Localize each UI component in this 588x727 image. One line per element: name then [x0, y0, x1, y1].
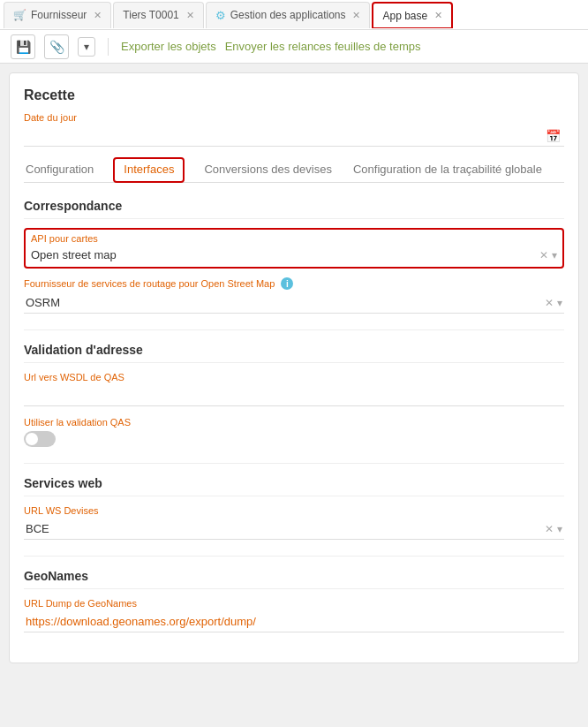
tab-conversions[interactable]: Conversions des devises	[202, 157, 334, 183]
url-ws-clear[interactable]: ✕	[545, 523, 554, 535]
tab-tiers-label: Tiers T0001	[123, 9, 178, 21]
correspondance-title: Correspondance	[24, 199, 564, 219]
toggle-qas-switch	[24, 431, 564, 447]
url-qas-wrapper	[24, 385, 564, 406]
tab-tracabilite[interactable]: Configuration de la traçabilité globale	[351, 157, 544, 183]
divider-1	[24, 329, 564, 330]
geonames-dump-wrapper: https://download.geonames.org/export/dum…	[24, 611, 564, 632]
tab-tiers[interactable]: Tiers T0001 ✕	[113, 2, 203, 28]
services-web-section: Services web URL WS Devises BCE ✕ ▾	[24, 476, 564, 540]
date-label: Date du jour	[24, 112, 564, 123]
gear-icon: ⚙	[215, 9, 226, 22]
geonames-title: GeoNames	[24, 569, 564, 589]
save-icon: 💾	[16, 40, 31, 54]
toggle-qas-field: Utiliser la validation QAS	[24, 417, 564, 447]
api-cartes-clear[interactable]: ✕	[539, 249, 548, 261]
tab-gestion-label: Gestion des applications	[230, 9, 346, 21]
url-ws-value: BCE	[26, 522, 545, 535]
nav-tabs: Configuration Interfaces Conversions des…	[24, 157, 564, 183]
routing-wrapper: OSRM ✕ ▾	[24, 292, 564, 314]
recette-title: Recette	[24, 87, 564, 103]
tab-gestion[interactable]: ⚙ Gestion des applications ✕	[206, 2, 371, 28]
routing-caret[interactable]: ▾	[557, 297, 562, 309]
url-ws-actions: ✕ ▾	[545, 523, 562, 535]
tab-interfaces[interactable]: Interfaces	[113, 157, 185, 183]
geonames-dump-label: URL Dump de GeoNames	[24, 598, 564, 609]
validation-title: Validation d'adresse	[24, 343, 564, 363]
tab-fournisseur-label: Fournisseur	[31, 9, 87, 21]
geonames-dump-link[interactable]: https://download.geonames.org/export/dum…	[26, 615, 256, 628]
tab-interfaces-label: Interfaces	[124, 163, 174, 176]
tab-conversions-label: Conversions des devises	[204, 163, 332, 176]
tab-fournisseur-close[interactable]: ✕	[94, 10, 102, 21]
toolbar: 💾 📎 ▾ Exporter les objets Envoyer les re…	[0, 30, 588, 64]
date-field: Date du jour 📅	[24, 112, 564, 147]
tab-gestion-close[interactable]: ✕	[352, 10, 360, 21]
routing-value: OSRM	[26, 296, 545, 309]
toolbar-separator	[108, 38, 109, 56]
routing-clear[interactable]: ✕	[545, 297, 554, 309]
toggle-qas-control[interactable]	[24, 431, 56, 447]
tab-configuration-label: Configuration	[26, 163, 94, 176]
tab-appbase[interactable]: App base ✕	[372, 2, 453, 28]
api-cartes-caret[interactable]: ▾	[552, 249, 557, 261]
toggle-qas-label: Utiliser la validation QAS	[24, 417, 564, 428]
send-relances-link[interactable]: Envoyer les relances feuilles de temps	[225, 40, 421, 53]
tab-tiers-close[interactable]: ✕	[186, 10, 194, 21]
api-cartes-field: API pour cartes Open street map ✕ ▾	[24, 228, 564, 269]
url-ws-wrapper: BCE ✕ ▾	[24, 519, 564, 540]
url-qas-input[interactable]	[26, 389, 562, 402]
save-button[interactable]: 💾	[11, 34, 35, 59]
routing-label-text: Fournisseur de services de routage pour …	[24, 278, 275, 289]
services-web-title: Services web	[24, 476, 564, 496]
routing-actions: ✕ ▾	[545, 297, 562, 309]
tab-configuration[interactable]: Configuration	[24, 157, 95, 183]
geonames-section: GeoNames URL Dump de GeoNames https://do…	[24, 569, 564, 632]
api-cartes-label: API pour cartes	[31, 233, 557, 244]
date-input-wrapper: 📅	[24, 125, 564, 147]
divider-3	[24, 556, 564, 557]
divider-2	[24, 463, 564, 464]
routing-label: Fournisseur de services de routage pour …	[24, 277, 564, 290]
attach-icon: 📎	[49, 40, 64, 54]
routing-field: Fournisseur de services de routage pour …	[24, 277, 564, 314]
url-ws-field: URL WS Devises BCE ✕ ▾	[24, 505, 564, 540]
url-qas-field: Url vers WSDL de QAS	[24, 372, 564, 406]
tab-bar: 🛒 Fournisseur ✕ Tiers T0001 ✕ ⚙ Gestion …	[0, 0, 588, 30]
api-cartes-wrapper: Open street map ✕ ▾	[31, 246, 557, 263]
tab-appbase-close[interactable]: ✕	[434, 10, 442, 21]
date-input[interactable]	[26, 129, 562, 142]
url-qas-label: Url vers WSDL de QAS	[24, 372, 564, 382]
tab-fournisseur[interactable]: 🛒 Fournisseur ✕	[4, 2, 111, 28]
dropdown-button[interactable]: ▾	[78, 37, 95, 57]
correspondance-section: Correspondance API pour cartes Open stre…	[24, 199, 564, 314]
api-cartes-value: Open street map	[31, 248, 539, 261]
api-cartes-actions: ✕ ▾	[539, 249, 557, 261]
attach-button[interactable]: 📎	[44, 34, 69, 59]
url-ws-label: URL WS Devises	[24, 505, 564, 516]
validation-section: Validation d'adresse Url vers WSDL de QA…	[24, 343, 564, 447]
export-link[interactable]: Exporter les objets	[121, 40, 216, 53]
cart-icon: 🛒	[13, 9, 26, 21]
dropdown-arrow-icon: ▾	[84, 41, 89, 53]
calendar-icon[interactable]: 📅	[546, 129, 561, 143]
info-icon[interactable]: i	[281, 277, 293, 290]
tab-tracabilite-label: Configuration de la traçabilité globale	[353, 163, 542, 176]
url-ws-caret[interactable]: ▾	[557, 523, 562, 535]
tab-appbase-label: App base	[382, 10, 427, 22]
main-content: Recette Date du jour 📅 Configuration Int…	[9, 72, 579, 663]
geonames-dump-field: URL Dump de GeoNames https://download.ge…	[24, 598, 564, 632]
